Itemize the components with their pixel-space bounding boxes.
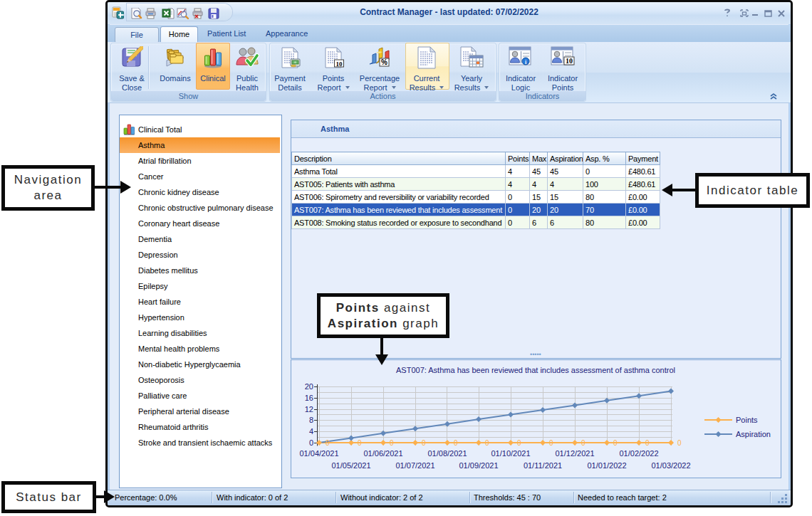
- svg-text:0: 0: [677, 439, 682, 447]
- svg-text:0: 0: [309, 438, 313, 447]
- svg-text:%: %: [381, 58, 387, 66]
- svg-text:0: 0: [326, 439, 330, 447]
- svg-text:10: 10: [566, 57, 573, 65]
- svg-text:0: 0: [549, 439, 553, 447]
- svg-text:0: 0: [454, 439, 458, 447]
- svg-text:01/03/2022: 01/03/2022: [651, 461, 690, 470]
- svg-text:01/08/2021: 01/08/2021: [427, 449, 467, 458]
- svg-text:01/05/2021: 01/05/2021: [331, 461, 370, 470]
- svg-text:01/12/2021: 01/12/2021: [555, 449, 594, 458]
- svg-text:0: 0: [358, 439, 362, 447]
- svg-text:01/10/2021: 01/10/2021: [491, 449, 530, 458]
- svg-text:0: 0: [613, 439, 618, 447]
- svg-text:01/02/2022: 01/02/2022: [619, 449, 658, 458]
- svg-text:0: 0: [485, 439, 489, 447]
- svg-text:10: 10: [336, 60, 343, 68]
- svg-text:0: 0: [390, 439, 394, 447]
- svg-text:Points: Points: [736, 416, 758, 424]
- svg-text:8: 8: [309, 416, 313, 424]
- svg-text:0: 0: [581, 439, 585, 447]
- svg-text:01/07/2021: 01/07/2021: [395, 461, 434, 470]
- svg-text:01/01/2022: 01/01/2022: [587, 461, 626, 470]
- svg-text:01/04/2021: 01/04/2021: [299, 449, 338, 458]
- svg-text:01/11/2021: 01/11/2021: [524, 461, 562, 470]
- svg-text:Aspiration: Aspiration: [736, 430, 771, 438]
- svg-text:01/09/2021: 01/09/2021: [459, 461, 498, 470]
- svg-text:16: 16: [305, 394, 313, 402]
- svg-text:4: 4: [309, 427, 313, 436]
- svg-text:0: 0: [422, 439, 426, 447]
- svg-text:AST007: Asthma has been review: AST007: Asthma has been reviewed that in…: [396, 366, 675, 374]
- svg-text:12: 12: [305, 405, 313, 414]
- svg-text:0: 0: [517, 439, 521, 447]
- svg-text:20: 20: [305, 382, 313, 391]
- svg-text:0: 0: [645, 439, 650, 447]
- svg-text:01/06/2021: 01/06/2021: [363, 449, 402, 458]
